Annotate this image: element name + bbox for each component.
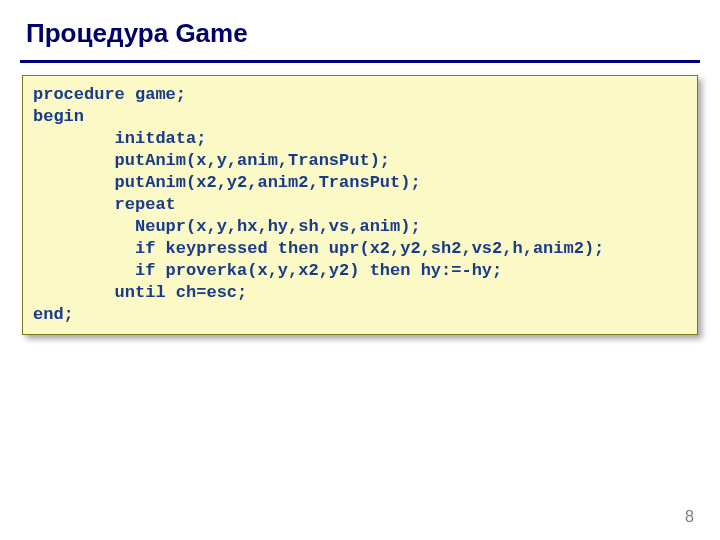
code-line: begin (33, 106, 687, 128)
code-block: procedure game; begin initdata; putAnim(… (22, 75, 698, 335)
code-line: if proverka(x,y,x2,y2) then hy:=-hy; (33, 260, 687, 282)
title-rule (20, 60, 700, 63)
code-line: putAnim(x2,y2,anim2,TransPut); (33, 172, 687, 194)
code-line: initdata; (33, 128, 687, 150)
page-number: 8 (685, 508, 694, 526)
code-line: procedure game; (33, 84, 687, 106)
code-line: putAnim(x,y,anim,TransPut); (33, 150, 687, 172)
code-line: end; (33, 304, 687, 326)
page-title: Процедура Game (26, 18, 248, 49)
code-line: until ch=esc; (33, 282, 687, 304)
code-line: repeat (33, 194, 687, 216)
code-block-wrap: procedure game; begin initdata; putAnim(… (22, 75, 698, 335)
slide: Процедура Game procedure game; begin ini… (0, 0, 720, 540)
code-line: if keypressed then upr(x2,y2,sh2,vs2,h,a… (33, 238, 687, 260)
code-line: Neupr(x,y,hx,hy,sh,vs,anim); (33, 216, 687, 238)
